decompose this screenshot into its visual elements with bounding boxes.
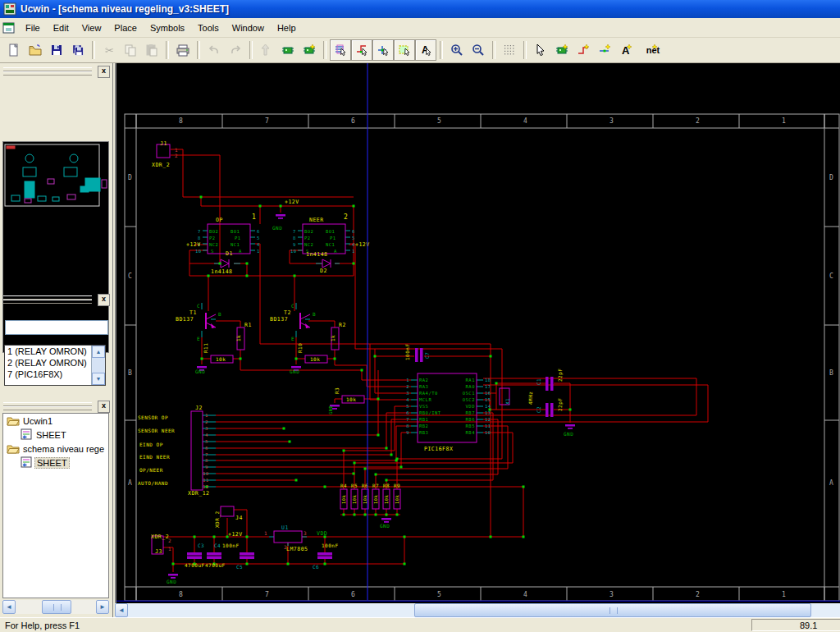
svg-text:3: 3 [205, 426, 208, 431]
menu-tools[interactable]: Tools [191, 21, 226, 35]
svg-text:EIND OP: EIND OP [139, 442, 163, 447]
svg-text:14: 14 [485, 404, 491, 409]
tree-item-sheet[interactable]: SHEET [3, 456, 108, 469]
svg-text:R9: R9 [394, 483, 400, 488]
toolbar-pointer-button[interactable] [530, 39, 551, 61]
svg-text:RA1: RA1 [466, 378, 475, 382]
svg-text:BD137: BD137 [176, 316, 194, 323]
toolbar-symbol-library-button[interactable] [277, 39, 299, 61]
svg-text:5: 5 [437, 591, 441, 598]
toolbar-select-area-button[interactable] [394, 39, 415, 61]
preview-panel-gripper[interactable]: x [2, 66, 111, 76]
tree-item-schema-niveau-rege[interactable]: schema niveau rege [3, 442, 108, 456]
svg-text:1n4148: 1n4148 [211, 268, 232, 275]
menu-file[interactable]: File [19, 21, 47, 35]
menu-view[interactable]: View [75, 21, 108, 35]
svg-text:10k: 10k [395, 494, 399, 504]
title-bar: Ucwin - [schema niveau regeling_v3:SHEET… [0, 0, 840, 18]
svg-text:1: 1 [168, 546, 171, 552]
svg-text:A: A [128, 479, 132, 487]
menu-place[interactable]: Place [107, 21, 144, 35]
menu-edit[interactable]: Edit [47, 21, 75, 35]
scroll-down-icon[interactable]: ▼ [92, 373, 105, 385]
scroll-right-icon[interactable]: ► [96, 600, 109, 614]
tree-item-sheet[interactable]: SHEET [3, 428, 108, 442]
svg-text:3: 3 [609, 117, 614, 125]
toolbar-place-wire-button[interactable] [573, 39, 594, 61]
svg-text:1: 1 [406, 378, 409, 382]
tree-horizontal-scrollbar[interactable]: ◄ ► [2, 600, 109, 614]
symbol-list-scrollbar[interactable]: ▲▼ [91, 346, 105, 385]
toolbar-save-button[interactable] [46, 39, 67, 61]
toolbar-symbol-library-edit-button[interactable] [299, 39, 320, 61]
toolbar-select-wire-button[interactable] [351, 39, 372, 61]
svg-text:5: 5 [406, 404, 409, 409]
scroll-up-icon[interactable]: ▲ [92, 346, 105, 358]
toolbar-cut-button[interactable]: ✂ [98, 39, 120, 61]
symbol-browser-gripper[interactable]: x [2, 294, 111, 305]
svg-text:RA2: RA2 [419, 378, 428, 382]
canvas-horizontal-scrollbar[interactable]: ◄ [115, 603, 840, 617]
symbol-list-item[interactable]: 7 (PIC16F8X) [5, 369, 105, 380]
toolbar-undo-button[interactable] [203, 39, 225, 61]
toolbar-open-folder-button[interactable] [25, 39, 46, 61]
mdi-child-icon[interactable] [2, 21, 16, 34]
svg-text:4: 4 [523, 591, 527, 598]
scrollbar-thumb[interactable] [42, 600, 71, 614]
tree-item-ucwin1[interactable]: Ucwin1 [3, 414, 108, 428]
svg-text:C4: C4 [214, 543, 221, 548]
toolbar-select-pin-button[interactable] [372, 39, 394, 61]
select-symbol-icon [334, 44, 347, 57]
toolbar-place-text-button[interactable]: A [615, 39, 637, 61]
toolbar-zoom-in-button[interactable] [446, 39, 468, 61]
scroll-left-icon[interactable]: ◄ [115, 603, 128, 617]
copy-icon [124, 44, 137, 57]
place-text-icon: A [619, 44, 632, 57]
svg-text:OP/NEER: OP/NEER [139, 467, 163, 473]
svg-text:2: 2 [696, 591, 700, 598]
svg-text:6: 6 [351, 117, 355, 125]
svg-text:12: 12 [203, 484, 209, 489]
project-tree-gripper[interactable]: x [2, 401, 111, 411]
toolbar-select-text-button[interactable]: A [415, 39, 436, 61]
close-icon[interactable]: x [98, 66, 110, 78]
toolbar-up-one-level-button[interactable] [256, 39, 277, 61]
svg-text:OSC1: OSC1 [463, 391, 475, 396]
sheet-icon [20, 456, 33, 469]
menu-symbols[interactable]: Symbols [144, 21, 191, 35]
svg-text:2: 2 [168, 538, 171, 543]
schematic-canvas[interactable]: 8877665544332211DDCCBBAAJ1XDR_212+12VGND… [115, 63, 840, 603]
symbol-search-input[interactable] [5, 320, 108, 335]
zoom-in-icon [450, 44, 463, 57]
close-icon[interactable]: x [98, 294, 110, 306]
toolbar-save-all-button[interactable] [67, 39, 89, 61]
menu-window[interactable]: Window [226, 21, 271, 35]
scrollbar-thumb[interactable] [414, 603, 811, 617]
svg-text:6: 6 [205, 446, 208, 451]
toolbar-place-symbol-button[interactable] [551, 39, 573, 61]
svg-text:T1: T1 [189, 309, 197, 316]
folder-icon [7, 414, 20, 428]
toolbar-place-net-button[interactable]: net [637, 39, 663, 61]
toolbar-place-junction-button[interactable] [594, 39, 615, 61]
toolbar-select-symbol-button[interactable] [330, 39, 351, 61]
close-icon[interactable]: x [98, 401, 110, 413]
svg-text:4700uF: 4700uF [185, 562, 205, 568]
scroll-left-icon[interactable]: ◄ [2, 600, 16, 614]
svg-text:C6: C6 [313, 564, 319, 570]
toolbar-paste-button[interactable] [141, 39, 162, 61]
toolbar-zoom-out-button[interactable] [468, 39, 489, 61]
up-one-level-icon [260, 44, 273, 57]
svg-text:R7: R7 [372, 483, 379, 488]
toolbar-copy-button[interactable] [120, 39, 141, 61]
toolbar-redo-button[interactable] [225, 39, 246, 61]
symbol-list-item[interactable]: 2 (RELAY OMRON) [5, 357, 105, 369]
symbol-list-item[interactable]: 1 (RELAY OMRON) [5, 346, 105, 357]
application-window: Ucwin - [schema niveau regeling_v3:SHEET… [0, 0, 840, 632]
toolbar-grid-toggle-button[interactable] [499, 39, 520, 61]
toolbar-new-document-button[interactable] [3, 39, 25, 61]
toolbar-print-button[interactable] [172, 39, 194, 61]
menu-help[interactable]: Help [271, 21, 303, 35]
svg-text:XDR_2: XDR_2 [152, 162, 170, 168]
svg-text:XDR_12: XDR_12 [188, 490, 209, 497]
